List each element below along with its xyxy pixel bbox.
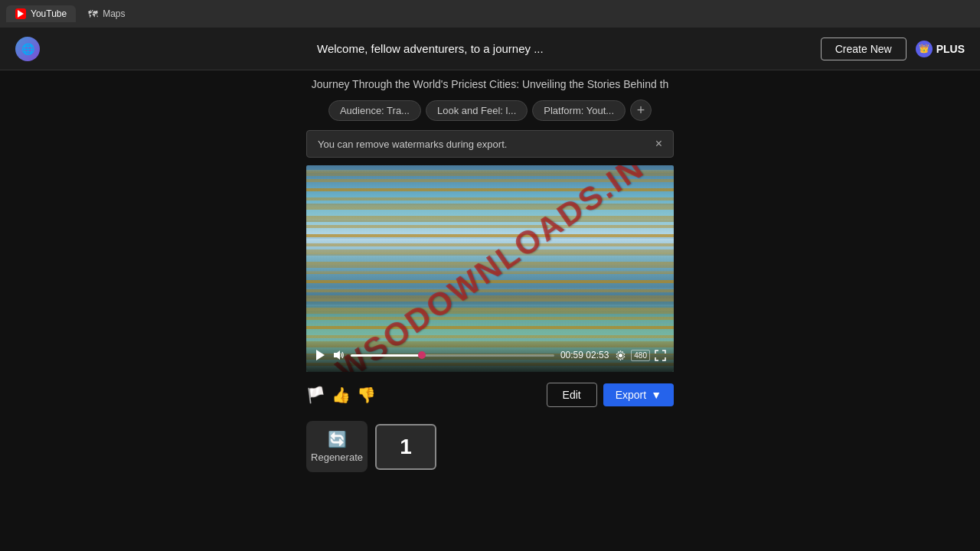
globe-icon: 🌐 xyxy=(21,43,34,55)
progress-fill xyxy=(351,354,422,357)
time-display: 00:59 02:53 xyxy=(560,350,609,360)
flag-button[interactable]: 🏳️ xyxy=(306,386,325,404)
svg-marker-0 xyxy=(316,350,325,360)
thumbnail-row: 🔄 Regenerate 1 xyxy=(306,421,674,472)
regenerate-button[interactable]: 🔄 Regenerate xyxy=(306,421,368,472)
maps-icon: 🗺 xyxy=(88,8,98,20)
tab-label-youtube: YouTube xyxy=(31,8,67,19)
export-label: Export xyxy=(616,389,646,401)
tags-bar: Audience: Tra... Look and Feel: l... Pla… xyxy=(328,99,652,121)
play-icon xyxy=(314,349,326,361)
thumbnail-label-1: 1 xyxy=(400,435,412,459)
video-player: WSODOWNLOADS.IN xyxy=(306,165,674,372)
fullscreen-button[interactable] xyxy=(655,350,666,361)
progress-bar[interactable] xyxy=(351,354,554,357)
tag-audience[interactable]: Audience: Tra... xyxy=(328,100,421,121)
thumbs-up-button[interactable]: 👍 xyxy=(332,386,351,404)
plus-label: PLUS xyxy=(936,43,965,55)
tab-item-maps[interactable]: 🗺 Maps xyxy=(79,5,134,23)
tab-item-youtube[interactable]: YouTube xyxy=(6,5,76,22)
export-arrow-icon: ▼ xyxy=(651,389,662,401)
create-new-button[interactable]: Create New xyxy=(821,37,906,60)
tag-look-feel[interactable]: Look and Feel: l... xyxy=(426,100,528,121)
content-area: Journey Through the World's Priciest Cit… xyxy=(145,70,835,472)
svg-point-2 xyxy=(619,354,622,357)
watermark-notice-text: You can remove watermarks during export. xyxy=(318,139,507,150)
svg-marker-1 xyxy=(334,350,340,360)
quality-badge: 480 xyxy=(631,350,650,361)
regenerate-label: Regenerate xyxy=(311,452,363,463)
video-actions: 🏳️ 👍 👎 Edit Export ▼ xyxy=(306,383,674,407)
regenerate-icon: 🔄 xyxy=(328,430,347,448)
watermark-close-button[interactable]: × xyxy=(655,137,662,151)
plus-icon: 👑 xyxy=(916,41,933,57)
total-time: 02:53 xyxy=(586,350,609,360)
tab-bar: YouTube 🗺 Maps xyxy=(0,0,980,28)
project-title: Journey Through the World's Priciest Cit… xyxy=(296,78,684,90)
ctrl-right: 480 xyxy=(615,350,666,361)
play-button[interactable] xyxy=(314,349,326,361)
header-bar: 🌐 Welcome, fellow adventurers, to a jour… xyxy=(0,28,980,70)
tag-platform[interactable]: Platform: Yout... xyxy=(532,100,626,121)
settings-icon xyxy=(615,350,626,361)
watermark-notice: You can remove watermarks during export.… xyxy=(306,130,674,158)
header-actions: Create New 👑 PLUS xyxy=(821,37,965,60)
youtube-icon xyxy=(15,8,26,19)
progress-dot xyxy=(418,351,426,359)
edit-button[interactable]: Edit xyxy=(547,383,597,407)
video-controls: 00:59 02:53 480 xyxy=(306,338,674,372)
app-logo: 🌐 xyxy=(15,37,40,61)
fullscreen-icon xyxy=(655,350,666,361)
right-action-buttons: Edit Export ▼ xyxy=(547,383,674,407)
plus-badge: 👑 PLUS xyxy=(916,41,965,57)
current-time: 00:59 xyxy=(560,350,583,360)
thumbnail-item-1[interactable]: 1 xyxy=(375,424,436,470)
volume-button[interactable] xyxy=(332,349,345,361)
export-button[interactable]: Export ▼ xyxy=(603,383,674,406)
add-tag-button[interactable]: + xyxy=(630,99,652,121)
header-title: Welcome, fellow adventurers, to a journe… xyxy=(55,42,805,55)
app-container: 🌐 Welcome, fellow adventurers, to a jour… xyxy=(0,28,980,551)
thumbs-down-button[interactable]: 👎 xyxy=(357,386,376,404)
volume-icon xyxy=(332,349,345,361)
tab-label-maps: Maps xyxy=(103,8,125,19)
reaction-buttons: 🏳️ 👍 👎 xyxy=(306,386,376,404)
settings-button[interactable] xyxy=(615,350,626,361)
